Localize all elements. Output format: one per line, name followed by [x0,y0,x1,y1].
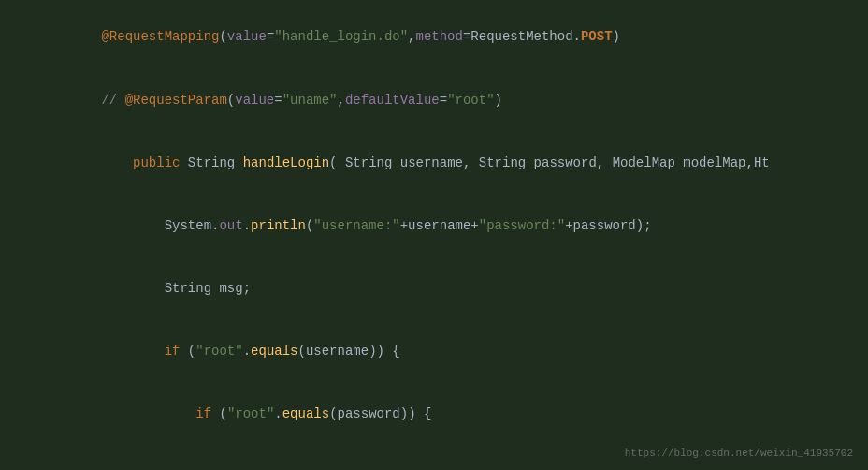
line-content-5: String msg; [51,257,868,320]
line-content-4: System.out.println("username:"+username+… [51,195,868,257]
line-content-2: // @RequestParam(value="uname",defaultVa… [51,68,868,131]
annotation-request-mapping: @RequestMapping [101,29,219,44]
line-content-1: @RequestMapping(value="handle_login.do",… [51,6,868,68]
line-content-3: public String handleLogin( String userna… [51,131,868,194]
code-line-2: // @RequestParam(value="uname",defaultVa… [0,68,868,131]
code-line-1: @RequestMapping(value="handle_login.do",… [0,6,868,68]
code-line-6: if ("root".equals(username)) { [0,320,868,383]
code-line-5: String msg; [0,257,868,320]
code-line-7: if ("root".equals(password)) { [0,383,868,446]
code-line-3: public String handleLogin( String userna… [0,131,868,194]
code-line-4: System.out.println("username:"+username+… [0,195,868,257]
line-content-6: if ("root".equals(username)) { [51,320,868,383]
code-editor: @RequestMapping(value="handle_login.do",… [0,0,868,470]
line-content-7: if ("root".equals(password)) { [51,383,868,446]
watermark: https://blog.csdn.net/weixin_41935702 [625,446,853,463]
